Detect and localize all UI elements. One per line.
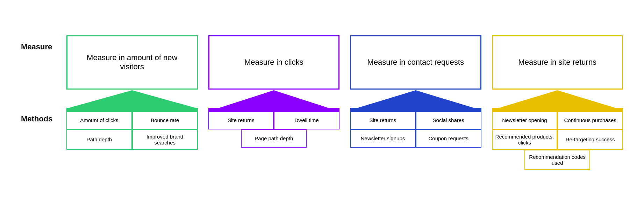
- measure-text-green: Measure in amount of new visitors: [74, 53, 190, 71]
- method-cell-green-3: Path depth: [66, 129, 132, 150]
- methods-grid-purple: Site returns Dwell time Page path depth: [208, 111, 340, 148]
- method-cell-blue-3: Newsletter signups: [350, 129, 416, 148]
- labels-column: Measure Methods: [21, 35, 66, 123]
- measure-box-green: Measure in amount of new visitors: [66, 35, 198, 90]
- methods-row-blue-1: Site returns Social shares: [350, 111, 481, 129]
- method-cell-blue-1: Site returns: [350, 111, 416, 129]
- methods-row-blue-2: Newsletter signups Coupon requests: [350, 129, 481, 148]
- triangle-container-green: [66, 90, 198, 108]
- columns-area: Measure in amount of new visitors Amount…: [66, 35, 623, 170]
- method-cell-blue-2: Social shares: [416, 111, 481, 129]
- measure-box-blue: Measure in contact requests: [350, 35, 481, 90]
- triangle-blue: [358, 90, 473, 108]
- triangle-green: [69, 90, 195, 108]
- method-cell-green-1: Amount of clicks: [66, 111, 132, 129]
- hbar-purple: [208, 108, 340, 111]
- method-cell-purple-2: Dwell time: [274, 111, 339, 129]
- method-cell-yellow-2: Continuous purchases: [557, 111, 623, 129]
- method-cell-blue-4: Coupon requests: [416, 129, 481, 148]
- methods-grid-yellow: Newsletter opening Continuous purchases …: [492, 111, 623, 170]
- triangle-wrapper-blue: [350, 90, 481, 111]
- methods-row-yellow-2: Recommended products: clicks Re-targetin…: [492, 129, 623, 150]
- triangle-container-purple: [208, 90, 340, 108]
- triangle-container-blue: [350, 90, 481, 108]
- methods-row-purple-1: Site returns Dwell time: [208, 111, 340, 129]
- triangle-yellow: [500, 90, 615, 108]
- measure-box-yellow: Measure in site returns: [492, 35, 623, 90]
- column-yellow: Measure in site returns Newsletter openi…: [492, 35, 623, 170]
- column-green: Measure in amount of new visitors Amount…: [66, 35, 198, 150]
- methods-grid-green: Amount of clicks Bounce rate Path depth …: [66, 111, 198, 150]
- method-cell-yellow-5: Recommendation codes used: [524, 150, 590, 170]
- hbar-blue: [350, 108, 481, 111]
- measure-text-blue: Measure in contact requests: [367, 58, 464, 67]
- measure-text-purple: Measure in clicks: [244, 58, 303, 67]
- hbar-green: [66, 108, 198, 111]
- method-cell-purple-1: Site returns: [208, 111, 274, 129]
- measure-text-yellow: Measure in site returns: [518, 58, 596, 67]
- triangle-purple: [220, 90, 328, 108]
- method-cell-yellow-1: Newsletter opening: [492, 111, 558, 129]
- method-cell-green-2: Bounce rate: [132, 111, 198, 129]
- methods-row-yellow-3: Recommendation codes used: [492, 150, 623, 170]
- methods-label: Methods: [21, 114, 66, 123]
- measure-box-purple: Measure in clicks: [208, 35, 340, 90]
- triangle-container-yellow: [492, 90, 623, 108]
- methods-row-green-2: Path depth Improved brand searches: [66, 129, 198, 150]
- methods-row-purple-2: Page path depth: [208, 129, 340, 148]
- method-cell-green-4: Improved brand searches: [132, 129, 198, 150]
- triangle-wrapper-yellow: [492, 90, 623, 111]
- column-blue: Measure in contact requests Site returns…: [350, 35, 481, 148]
- methods-row-yellow-1: Newsletter opening Continuous purchases: [492, 111, 623, 129]
- methods-row-green-1: Amount of clicks Bounce rate: [66, 111, 198, 129]
- page-container: Measure Methods Measure in amount of new…: [0, 21, 644, 184]
- measure-label: Measure: [21, 42, 66, 51]
- hbar-yellow: [492, 108, 623, 111]
- column-purple: Measure in clicks Site returns Dwell tim…: [208, 35, 340, 148]
- methods-grid-blue: Site returns Social shares Newsletter si…: [350, 111, 481, 148]
- method-cell-yellow-4: Re-targeting success: [557, 129, 623, 150]
- method-cell-purple-3: Page path depth: [241, 129, 307, 148]
- method-cell-yellow-3: Recommended products: clicks: [492, 129, 558, 150]
- triangle-wrapper-purple: [208, 90, 340, 111]
- triangle-wrapper-green: [66, 90, 198, 111]
